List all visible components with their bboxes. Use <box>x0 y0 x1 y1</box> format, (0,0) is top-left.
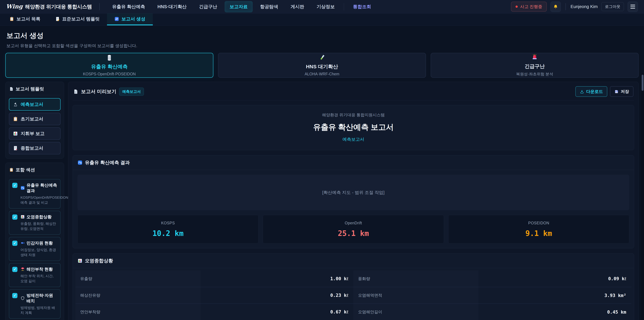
section-item-pollution[interactable]: ✓ 오염종합상황 유출량, 풍화량, 해상잔유량, 오염면적 <box>9 211 60 235</box>
nav-item-air-search[interactable]: 항공탐색 <box>255 1 283 13</box>
topbar-right: 사고 진행중 Eunjeong Kim 로그아웃 <box>511 2 638 12</box>
beach-icon <box>20 267 25 271</box>
notifications-button[interactable] <box>550 2 561 12</box>
table-row: 유출량 1.00 kℓ 풍화량 0.09 kℓ <box>76 270 631 287</box>
main-nav: 유출유 확산예측 HNS·대기확산 긴급구난 보고자료 항공탐색 게시판 기상정… <box>107 1 511 13</box>
preview-type-badge: 예측보고서 <box>119 88 144 96</box>
save-button[interactable]: 저장 <box>610 86 634 97</box>
doc-title: 유출유 확산예측 보고서 <box>76 122 630 132</box>
section-item-label: 민감자원 현황 <box>26 240 53 246</box>
incident-dot-icon <box>516 6 518 8</box>
section-item-body: 해안부착 현황 해안 부착 위치, 시간, 오염 길이 <box>20 266 57 284</box>
nav-item-reports[interactable]: 보고자료 <box>224 1 253 13</box>
oil-drum-icon <box>106 54 113 62</box>
nav-item-hns[interactable]: HNS·대기확산 <box>152 1 192 13</box>
checkbox-checked[interactable]: ✓ <box>12 183 18 188</box>
table-cell: 연안부착량 0.67 kℓ <box>76 304 353 320</box>
page-icon <box>73 89 78 94</box>
cell-value: 3.93 km² <box>478 287 631 303</box>
nav-item-board[interactable]: 게시판 <box>286 1 309 13</box>
templates-panel-header: 보고서 템플릿 <box>9 85 60 95</box>
report-type-oil-spread[interactable]: 유출유 확산예측 KOSPS·OpenDrift·POSEIDON <box>5 53 213 78</box>
doc-spread-section: 유출유 확산예측 결과 [확산예측 지도 - 범위 조절 작업] KOSPS 1… <box>72 155 634 248</box>
spread-section-body: [확산예측 지도 - 범위 조절 작업] KOSPS 10.2 km OpenD… <box>73 170 634 248</box>
model-card-poseidon: POSEIDON 9.1 km <box>448 215 629 243</box>
report-type-rescue[interactable]: 긴급구난 복원성·좌초위험 분석 <box>431 53 639 78</box>
spread-section-header: 유출유 확산예측 결과 <box>73 155 634 170</box>
test-tube-icon <box>318 54 326 62</box>
menu-icon <box>630 5 635 9</box>
save-label: 저장 <box>621 89 629 94</box>
checkbox-checked[interactable]: ✓ <box>12 293 18 298</box>
checkbox-checked[interactable]: ✓ <box>12 214 18 220</box>
section-item-strategy[interactable]: ✓ 방제전략·자원배치 방제방법, 방제자원 배치 계획 <box>9 289 60 319</box>
bar-chart-icon <box>78 258 82 263</box>
nav-item-oil-spread[interactable]: 유출유 확산예측 <box>107 1 150 13</box>
cell-label: 오염해안길이 <box>353 304 478 320</box>
menu-button[interactable] <box>628 2 638 12</box>
template-item-command[interactable]: 지휘부 보고 <box>9 127 60 140</box>
report-type-subtitle: ALOHA·WRF-Chem <box>304 72 339 76</box>
logout-button[interactable]: 로그아웃 <box>602 2 624 11</box>
nav-item-weather[interactable]: 기상정보 <box>312 1 340 13</box>
templates-panel: 보고서 템플릿 예측보고서 초기보고서 지휘부 보고 종합보고서 <box>5 82 64 159</box>
template-item-initial[interactable]: 초기보고서 <box>9 113 60 125</box>
clipboard-icon <box>10 17 14 21</box>
section-item-sensitive[interactable]: ✓ 민감자원 현황 어장정보, 양식업, 환경생태 자원 <box>9 237 60 261</box>
cell-label: 연안부착량 <box>76 304 200 320</box>
model-value: 9.1 km <box>526 229 552 238</box>
section-item-body: 유출유 확산예측 결과 KOSPS/OpenDrift/POSEIDON 예측 … <box>20 182 57 205</box>
report-type-title: 유출유 확산예측 <box>91 63 128 70</box>
section-item-desc: 해안 부착 위치, 시간, 오염 길이 <box>20 273 57 284</box>
table-cell: 풍화량 0.09 kℓ <box>353 270 631 287</box>
template-label: 종합보고서 <box>21 145 43 151</box>
section-item-body: 민감자원 현황 어장정보, 양식업, 환경생태 자원 <box>20 240 57 258</box>
nav-item-integrated-search[interactable]: 통합조회 <box>348 1 376 13</box>
user-divider <box>566 3 566 10</box>
table-cell: 해상잔유량 0.23 kℓ <box>76 287 353 303</box>
report-type-hns[interactable]: HNS 대기확산 ALOHA·WRF-Chem <box>218 53 426 78</box>
section-item-spread-result[interactable]: ✓ 유출유 확산예측 결과 KOSPS/OpenDrift/POSEIDON 예… <box>9 179 60 209</box>
incident-status-badge: 사고 진행중 <box>511 2 547 12</box>
save-icon <box>614 89 619 94</box>
section-item-label: 오염종합상황 <box>26 214 52 220</box>
report-doc-icon <box>13 146 18 151</box>
model-name: OpenDrift <box>345 221 362 225</box>
bar-chart-icon <box>20 215 25 219</box>
microscope-icon <box>13 102 18 107</box>
bell-icon <box>553 4 558 9</box>
table-cell: 오염해역면적 3.93 km² <box>353 287 631 303</box>
section-item-desc: 유출량, 풍화량, 해상잔유량, 오염면적 <box>20 221 57 231</box>
section-item-desc: 방제방법, 방제자원 배치 계획 <box>20 305 57 315</box>
model-card-kosps: KOSPS 10.2 km <box>78 215 258 243</box>
tab-report-generate[interactable]: 보고서 생성 <box>107 14 153 25</box>
cell-label: 유출량 <box>76 270 200 287</box>
section-item-label: 유출유 확산예측 결과 <box>26 182 57 193</box>
tab-label: 보고서 생성 <box>122 16 146 22</box>
tab-standard-templates[interactable]: 표준보고서 템플릿 <box>48 14 107 25</box>
scrollbar-thumb[interactable] <box>642 75 644 91</box>
checkbox-checked[interactable]: ✓ <box>12 267 18 272</box>
topbar: Wing 해양환경 위기대응 통합시스템 유출유 확산예측 HNS·대기확산 긴… <box>0 0 644 14</box>
cell-label: 오염해역면적 <box>353 287 478 303</box>
sections-panel-title: 포함 섹션 <box>16 167 35 173</box>
report-preview-panel: 보고서 미리보기 예측보고서 다운로드 저장 해양환경 위기대응 통합지원시스 <box>68 82 639 320</box>
vertical-scrollbar[interactable] <box>641 73 644 320</box>
refresh-icon <box>114 17 119 21</box>
brand: Wing 해양환경 위기대응 통합시스템 <box>6 3 92 10</box>
section-item-body: 오염종합상황 유출량, 풍화량, 해상잔유량, 오염면적 <box>20 214 57 231</box>
workspace: 보고서 템플릿 예측보고서 초기보고서 지휘부 보고 종합보고서 <box>5 82 639 320</box>
download-button[interactable]: 다운로드 <box>576 86 607 97</box>
page-icon <box>9 87 14 91</box>
tab-report-list[interactable]: 보고서 목록 <box>2 14 48 25</box>
cell-value: 1.00 kℓ <box>200 270 353 287</box>
template-item-forecast[interactable]: 예측보고서 <box>9 98 60 111</box>
download-icon <box>580 89 584 94</box>
report-type-subtitle: KOSPS·OpenDrift·POSEIDON <box>83 72 136 76</box>
template-item-comprehensive[interactable]: 종합보고서 <box>9 142 60 154</box>
templates-panel-title: 보고서 템플릿 <box>16 86 44 92</box>
section-item-shoreline[interactable]: ✓ 해안부착 현황 해안 부착 위치, 시간, 오염 길이 <box>9 263 60 287</box>
nav-item-rescue[interactable]: 긴급구난 <box>194 1 222 13</box>
section-item-label: 방제전략·자원배치 <box>26 293 57 304</box>
checkbox-checked[interactable]: ✓ <box>12 241 18 246</box>
